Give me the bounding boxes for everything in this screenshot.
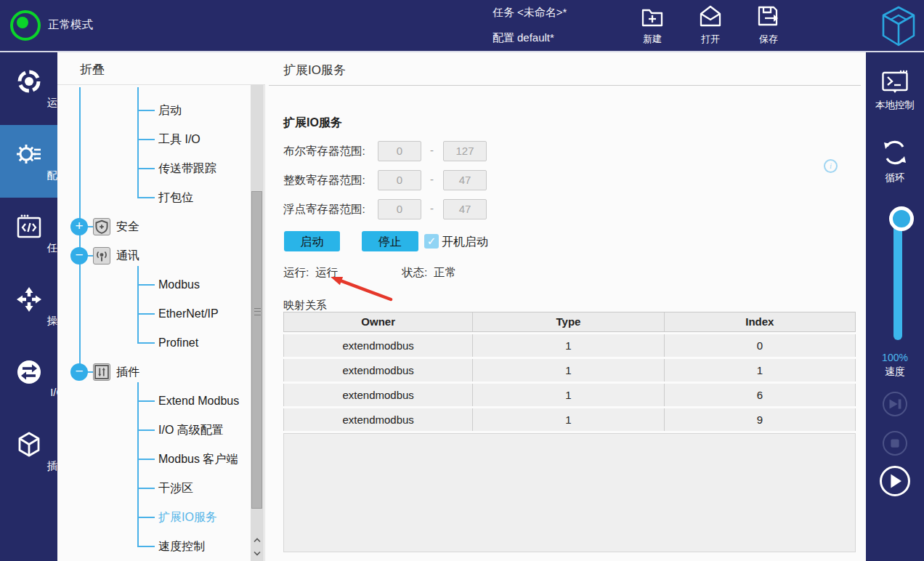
nav-item-config[interactable]: 配置: [0, 125, 57, 198]
tree-tick: [137, 197, 155, 198]
comm-antenna-icon: [93, 247, 110, 265]
stop-playback-button[interactable]: [883, 431, 907, 456]
config-label: 配置: [493, 31, 514, 45]
tree-tick: [137, 429, 155, 431]
cell-index: 1: [665, 359, 855, 382]
int-range-label: 整数寄存器范围:: [283, 173, 365, 188]
terminal-icon: [882, 70, 908, 94]
col-header-owner: Owner: [284, 312, 473, 331]
bool-range-to-input: 127: [443, 141, 487, 161]
tree-tick: [137, 400, 155, 402]
tree-item-modbus-client[interactable]: Modbus 客户端: [158, 451, 238, 467]
tree-tick: [137, 168, 155, 169]
table-header-row: Owner Type Index: [283, 312, 856, 332]
tree-tick: [137, 488, 155, 489]
section-title: 扩展IO服务: [283, 116, 342, 131]
collapse-button[interactable]: 折叠: [80, 61, 105, 78]
right-nav: 本地控制 循环 100% 速度: [866, 52, 924, 561]
tree-item-ethernetip[interactable]: EtherNet/IP: [158, 306, 219, 322]
run-target-icon: [16, 68, 42, 94]
info-icon[interactable]: i: [824, 159, 838, 173]
local-control-label: 本地控制: [866, 99, 924, 112]
tree-node-safety[interactable]: 安全: [116, 219, 139, 235]
tree-item-tool-io[interactable]: 工具 I/O: [158, 132, 200, 148]
nav-item-plugin[interactable]: 插件: [0, 416, 57, 488]
float-range-label: 浮点寄存器范围:: [283, 202, 365, 217]
int-range-to-input: 47: [443, 170, 487, 190]
page-title: 扩展IO服务: [283, 62, 346, 78]
nav-item-operate[interactable]: 操作: [0, 270, 57, 343]
stop-button[interactable]: 停止: [362, 231, 418, 251]
tree-branch-line: [137, 382, 139, 547]
task-label: 任务: [493, 6, 514, 20]
table-row[interactable]: extendmodbus 1 0: [283, 334, 856, 357]
table-row[interactable]: extendmodbus 1 6: [283, 384, 856, 406]
save-button[interactable]: 保存: [745, 4, 792, 48]
new-task-button[interactable]: 新建: [629, 4, 676, 48]
tree-branch-line: [137, 266, 139, 344]
expand-plus-icon[interactable]: +: [70, 218, 88, 235]
scroll-down-button[interactable]: [251, 547, 264, 560]
step-button[interactable]: [883, 392, 907, 416]
left-nav: 运行 配置: [0, 52, 57, 561]
autostart-checkbox[interactable]: ✓: [424, 234, 439, 249]
speed-slider-handle[interactable]: [889, 206, 914, 231]
skip-forward-icon: [884, 393, 906, 415]
tree-header: 折叠: [57, 52, 265, 85]
bool-range-label: 布尔寄存器范围:: [283, 144, 365, 159]
nav-item-task[interactable]: 任务: [0, 198, 57, 270]
tree-scrollbar-thumb[interactable]: [251, 191, 262, 509]
collapse-minus-icon[interactable]: −: [70, 363, 88, 381]
nav-item-io[interactable]: I/O: [0, 343, 57, 416]
loop-label: 循环: [866, 171, 924, 185]
int-range-from-input: 0: [378, 170, 421, 190]
tree-item-io-advanced[interactable]: I/O 高级配置: [158, 422, 224, 438]
open-task-button[interactable]: 打开: [687, 4, 734, 48]
config-gear-icon: [16, 141, 42, 167]
status-value: 正常: [434, 265, 456, 280]
play-button[interactable]: [880, 466, 910, 496]
tree-node-comm[interactable]: 通讯: [116, 248, 139, 264]
loop-button[interactable]: [880, 138, 909, 170]
tree-item-extend-io-service-selected[interactable]: 扩展IO服务: [158, 509, 217, 525]
tree-item-interference[interactable]: 干涉区: [158, 480, 193, 496]
tree-tick: [137, 284, 155, 286]
brand-logo-icon: [880, 6, 917, 47]
run-value: 运行: [315, 265, 338, 280]
tree-item-conveyor[interactable]: 传送带跟踪: [158, 161, 216, 177]
tree-item-pack[interactable]: 打包位: [158, 190, 193, 206]
cell-owner: extendmodbus: [284, 359, 473, 382]
tree-tick: [137, 342, 155, 344]
title-divider: [269, 85, 861, 86]
cell-owner: extendmodbus: [284, 384, 473, 406]
range-separator: -: [430, 144, 434, 156]
table-row[interactable]: extendmodbus 1 9: [283, 408, 856, 431]
tree-tick: [137, 139, 155, 140]
cell-type: 1: [473, 384, 664, 406]
tree-node-plugin[interactable]: 插件: [116, 364, 139, 380]
config-value: default*: [517, 31, 554, 44]
cell-type: 1: [473, 408, 664, 431]
tree-item-extend-modbus[interactable]: Extend Modbus: [158, 393, 239, 409]
mode-indicator-icon[interactable]: [10, 10, 41, 41]
open-task-label: 打开: [687, 33, 734, 46]
scroll-up-button[interactable]: [251, 534, 264, 546]
cell-index: 9: [665, 408, 855, 431]
start-button[interactable]: 启动: [284, 231, 340, 251]
cell-owner: extendmodbus: [284, 408, 473, 431]
cell-index: 0: [665, 334, 855, 357]
tree-item-modbus[interactable]: Modbus: [158, 277, 200, 293]
speed-percent: 100%: [866, 352, 924, 363]
tree-item-startup[interactable]: 启动: [158, 102, 182, 118]
local-control-button[interactable]: [882, 70, 908, 97]
task-code-icon: [16, 214, 42, 240]
top-bar: 正常模式 任务 <未命名>* 配置 default* 新建 打开: [0, 0, 924, 52]
table-row[interactable]: extendmodbus 1 1: [283, 359, 856, 382]
tree-item-profinet[interactable]: Profinet: [158, 335, 198, 351]
safety-shield-icon: [93, 218, 110, 235]
cell-owner: extendmodbus: [284, 334, 473, 357]
nav-item-run[interactable]: 运行: [0, 52, 57, 125]
collapse-minus-icon[interactable]: −: [70, 247, 88, 265]
tree-scrollbar[interactable]: [251, 85, 264, 561]
tree-item-speed-control[interactable]: 速度控制: [158, 538, 205, 554]
